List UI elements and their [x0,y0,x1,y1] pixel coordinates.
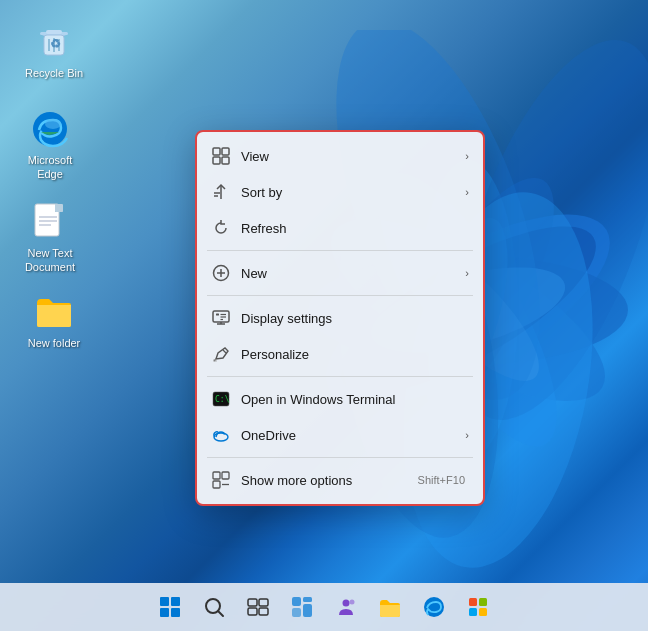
desktop: ♻ Recycle Bin Microsoft Edge [0,0,648,631]
menu-item-personalize[interactable]: Personalize [197,336,483,372]
display-settings-label: Display settings [241,311,469,326]
svg-rect-43 [216,314,219,316]
onedrive-arrow: › [465,429,469,441]
svg-rect-57 [171,597,180,606]
svg-rect-63 [259,599,268,606]
edge-desktop-icon [30,109,70,149]
svg-rect-26 [55,204,63,212]
svg-rect-58 [160,608,169,617]
taskbar-task-view-button[interactable] [238,587,278,627]
text-doc-label: New Text Document [18,246,82,275]
display-settings-icon [211,308,231,328]
menu-item-refresh[interactable]: Refresh [197,210,483,246]
desktop-icon-recycle-bin[interactable]: ♻ Recycle Bin [18,18,90,84]
svg-rect-74 [479,598,487,606]
onedrive-icon [211,425,231,445]
desktop-icon-folder[interactable]: New folder [18,288,90,354]
taskbar-start-button[interactable] [150,587,190,627]
taskbar-widgets-button[interactable] [282,587,322,627]
show-more-shortcut: Shift+F10 [418,474,465,486]
menu-item-show-more[interactable]: Show more options Shift+F10 [197,462,483,498]
taskbar-teams-button[interactable] [326,587,366,627]
svg-rect-59 [171,608,180,617]
divider-4 [207,457,473,458]
svg-rect-65 [259,608,268,615]
taskbar [0,583,648,631]
menu-item-terminal[interactable]: C:\> Open in Windows Terminal [197,381,483,417]
svg-rect-64 [248,608,257,615]
menu-item-view[interactable]: View › [197,138,483,174]
svg-rect-56 [160,597,169,606]
refresh-label: Refresh [241,221,469,236]
svg-line-47 [223,350,226,353]
folder-icon [34,292,74,332]
divider-1 [207,250,473,251]
terminal-label: Open in Windows Terminal [241,392,469,407]
svg-point-71 [350,600,355,605]
desktop-icon-edge[interactable]: Microsoft Edge [14,105,86,186]
refresh-icon [211,218,231,238]
menu-item-new[interactable]: New › [197,255,483,291]
svg-rect-68 [292,608,301,617]
svg-rect-67 [303,597,312,602]
svg-point-23 [45,119,61,129]
svg-rect-69 [303,604,312,617]
view-label: View [241,149,465,164]
edge-label: Microsoft Edge [18,153,82,182]
svg-rect-75 [469,608,477,616]
show-more-label: Show more options [241,473,418,488]
personalize-icon [211,344,231,364]
taskbar-store-button[interactable] [458,587,498,627]
svg-rect-33 [222,157,229,164]
svg-rect-53 [222,472,229,479]
svg-text:♻: ♻ [50,37,61,51]
recycle-bin-icon: ♻ [34,22,74,62]
new-arrow: › [465,267,469,279]
svg-rect-73 [469,598,477,606]
new-icon [211,263,231,283]
svg-rect-76 [479,608,487,616]
context-menu: View › Sort by › [195,130,485,506]
svg-rect-54 [213,481,220,488]
view-icon [211,146,231,166]
menu-item-display-settings[interactable]: Display settings [197,300,483,336]
sort-icon [211,182,231,202]
svg-rect-48 [213,359,217,362]
onedrive-label: OneDrive [241,428,465,443]
divider-2 [207,295,473,296]
svg-rect-66 [292,597,301,606]
svg-point-70 [343,600,350,607]
svg-text:C:\>: C:\> [215,395,230,404]
folder-label: New folder [28,336,81,350]
svg-rect-62 [248,599,257,606]
personalize-label: Personalize [241,347,469,362]
view-arrow: › [465,150,469,162]
new-label: New [241,266,465,281]
menu-item-onedrive[interactable]: OneDrive › [197,417,483,453]
sort-by-label: Sort by [241,185,465,200]
taskbar-edge-button[interactable] [414,587,454,627]
recycle-bin-label: Recycle Bin [25,66,83,80]
taskbar-search-button[interactable] [194,587,234,627]
svg-rect-16 [46,30,62,34]
menu-item-sort-by[interactable]: Sort by › [197,174,483,210]
sort-arrow: › [465,186,469,198]
divider-3 [207,376,473,377]
desktop-icon-text-doc[interactable]: New Text Document [14,198,86,279]
text-doc-icon [30,202,70,242]
svg-rect-52 [213,472,220,479]
svg-rect-32 [213,157,220,164]
taskbar-file-explorer-button[interactable] [370,587,410,627]
show-more-icon [211,470,231,490]
svg-rect-31 [222,148,229,155]
svg-line-61 [218,611,223,616]
svg-rect-30 [213,148,220,155]
terminal-icon: C:\> [211,389,231,409]
